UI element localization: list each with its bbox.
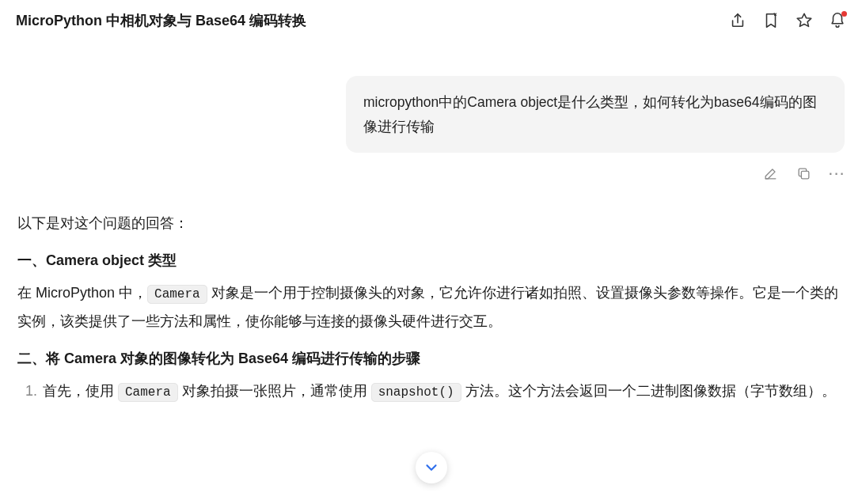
more-icon[interactable]: ···: [829, 165, 845, 181]
code-inline: Camera: [147, 285, 207, 304]
answer-intro: 以下是对这个问题的回答：: [17, 210, 845, 237]
answer-heading-2: 二、将 Camera 对象的图像转化为 Base64 编码进行传输的步骤: [17, 345, 845, 373]
answer-steps-list: 首先，使用 Camera 对象拍摄一张照片，通常使用 snapshot() 方法…: [17, 377, 845, 405]
list-item: 首先，使用 Camera 对象拍摄一张照片，通常使用 snapshot() 方法…: [41, 377, 845, 405]
code-inline: snapshot(): [371, 383, 461, 402]
user-message-bubble: micropython中的Camera object是什么类型，如何转化为bas…: [346, 76, 845, 153]
notification-dot: [841, 11, 847, 17]
answer-paragraph-1: 在 MicroPython 中，Camera 对象是一个用于控制摄像头的对象，它…: [17, 279, 845, 335]
content: micropython中的Camera object是什么类型，如何转化为bas…: [0, 76, 862, 405]
message-actions: ···: [17, 165, 845, 181]
code-inline: Camera: [118, 383, 178, 402]
edit-icon[interactable]: [762, 165, 778, 181]
user-message-row: micropython中的Camera object是什么类型，如何转化为bas…: [17, 76, 845, 153]
copy-icon[interactable]: [796, 165, 811, 181]
share-icon[interactable]: [729, 12, 746, 29]
scroll-down-button[interactable]: [416, 452, 447, 483]
answer-heading-1: 一、Camera object 类型: [17, 247, 845, 275]
svg-rect-0: [801, 171, 809, 179]
star-icon[interactable]: [796, 12, 813, 29]
page-title: MicroPython 中相机对象与 Base64 编码转换: [16, 11, 306, 30]
bookmark-icon[interactable]: [762, 12, 780, 29]
header-actions: [729, 12, 846, 29]
header: MicroPython 中相机对象与 Base64 编码转换: [0, 0, 862, 41]
bell-icon[interactable]: [829, 12, 846, 29]
assistant-answer: 以下是对这个问题的回答： 一、Camera object 类型 在 MicroP…: [17, 210, 845, 405]
